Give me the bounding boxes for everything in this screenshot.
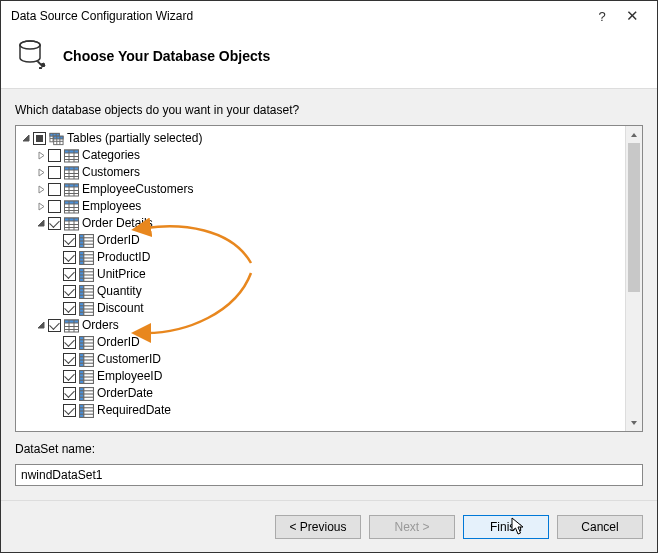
tree-label: Orders [81,317,119,334]
collapse-icon[interactable] [20,133,32,145]
svg-rect-39 [64,218,78,221]
collapse-icon[interactable] [35,218,47,230]
tree-node-orders-orderid[interactable]: OrderID [18,334,623,351]
tree-node-customers[interactable]: Customers [18,164,623,181]
tree-label: RequiredDate [96,402,171,419]
checkbox[interactable] [48,166,61,179]
database-icon [15,37,49,74]
tree-label: EmployeeID [96,368,162,385]
svg-rect-3 [39,67,42,69]
column-icon [78,352,94,368]
tree-label: OrderID [96,232,140,249]
tree-node-orderdetails-productid[interactable]: ProductID [18,249,623,266]
tree-node-orderdetails-orderid[interactable]: OrderID [18,232,623,249]
column-icon [78,284,94,300]
tree-node-orderdetails-discount[interactable]: Discount [18,300,623,317]
checkbox-checked[interactable] [63,285,76,298]
titlebar: Data Source Configuration Wizard ? ✕ [1,1,657,31]
column-icon [78,369,94,385]
table-icon [63,216,79,232]
column-icon [78,250,94,266]
tree-node-orderdetails-unitprice[interactable]: UnitPrice [18,266,623,283]
svg-rect-33 [64,201,78,204]
wizard-heading: Choose Your Database Objects [63,48,270,64]
tree-node-orders-employeeid[interactable]: EmployeeID [18,368,623,385]
help-button[interactable]: ? [587,9,617,24]
tree-node-orders[interactable]: Orders [18,317,623,334]
content-area: Which database objects do you want in yo… [1,88,657,500]
tree-label: OrderDate [96,385,153,402]
previous-button[interactable]: < Previous [275,515,361,539]
tree-node-categories[interactable]: Categories [18,147,623,164]
svg-rect-85 [64,320,78,323]
checkbox-checked[interactable] [63,370,76,383]
prompt-text: Which database objects do you want in yo… [15,103,643,117]
tree-node-orders-customerid[interactable]: CustomerID [18,351,623,368]
checkbox-checked[interactable] [63,302,76,315]
column-icon [78,335,94,351]
svg-rect-27 [64,184,78,187]
dataset-name-label: DataSet name: [15,442,643,456]
tree-label: Categories [81,147,140,164]
tree-node-tables[interactable]: Tables (partially selected) [18,130,623,147]
tree-label: ProductID [96,249,150,266]
tree-container: Tables (partially selected) Categories [15,125,643,432]
scroll-up-button[interactable] [626,126,642,143]
dataset-name-input[interactable] [15,464,643,486]
table-icon [63,182,79,198]
wizard-window: Data Source Configuration Wizard ? ✕ Cho… [0,0,658,553]
vertical-scrollbar[interactable] [625,126,642,431]
tree-label: Quantity [96,283,142,300]
checkbox-checked[interactable] [63,234,76,247]
expand-icon[interactable] [35,167,47,179]
cancel-button[interactable]: Cancel [557,515,643,539]
tree-label: Order Details [81,215,153,232]
checkbox[interactable] [48,200,61,213]
collapse-icon[interactable] [35,320,47,332]
tree-label: OrderID [96,334,140,351]
expand-icon[interactable] [35,150,47,162]
table-icon [63,165,79,181]
expand-icon[interactable] [35,184,47,196]
window-title: Data Source Configuration Wizard [11,9,587,23]
svg-rect-21 [64,167,78,170]
finish-button[interactable]: Finish [463,515,549,539]
checkbox-checked[interactable] [48,217,61,230]
column-icon [78,267,94,283]
checkbox[interactable] [48,149,61,162]
column-icon [78,301,94,317]
checkbox-checked[interactable] [48,319,61,332]
checkbox-checked[interactable] [63,336,76,349]
object-tree[interactable]: Tables (partially selected) Categories [16,126,625,431]
table-icon [63,318,79,334]
tree-node-orderdetails[interactable]: Order Details [18,215,623,232]
scroll-track[interactable] [626,143,642,414]
tree-label: EmployeeCustomers [81,181,193,198]
tree-node-employeecustomers[interactable]: EmployeeCustomers [18,181,623,198]
checkbox-checked[interactable] [63,268,76,281]
column-icon [78,403,94,419]
checkbox-checked[interactable] [63,251,76,264]
checkbox-partial[interactable] [33,132,46,145]
tree-node-orders-requireddate[interactable]: RequiredDate [18,402,623,419]
tree-node-orders-orderdate[interactable]: OrderDate [18,385,623,402]
table-icon [63,199,79,215]
expand-icon[interactable] [35,201,47,213]
close-button[interactable]: ✕ [617,7,647,25]
tree-node-employees[interactable]: Employees [18,198,623,215]
svg-rect-15 [64,150,78,153]
checkbox[interactable] [48,183,61,196]
scroll-thumb[interactable] [628,143,640,292]
tree-label: Tables (partially selected) [66,130,202,147]
table-icon [63,148,79,164]
checkbox-checked[interactable] [63,387,76,400]
wizard-footer: < Previous Next > Finish Cancel [1,500,657,552]
checkbox-checked[interactable] [63,353,76,366]
checkbox-checked[interactable] [63,404,76,417]
tree-node-orderdetails-quantity[interactable]: Quantity [18,283,623,300]
tree-label: Customers [81,164,140,181]
tree-label: CustomerID [96,351,161,368]
wizard-header: Choose Your Database Objects [1,31,657,88]
column-icon [78,386,94,402]
scroll-down-button[interactable] [626,414,642,431]
